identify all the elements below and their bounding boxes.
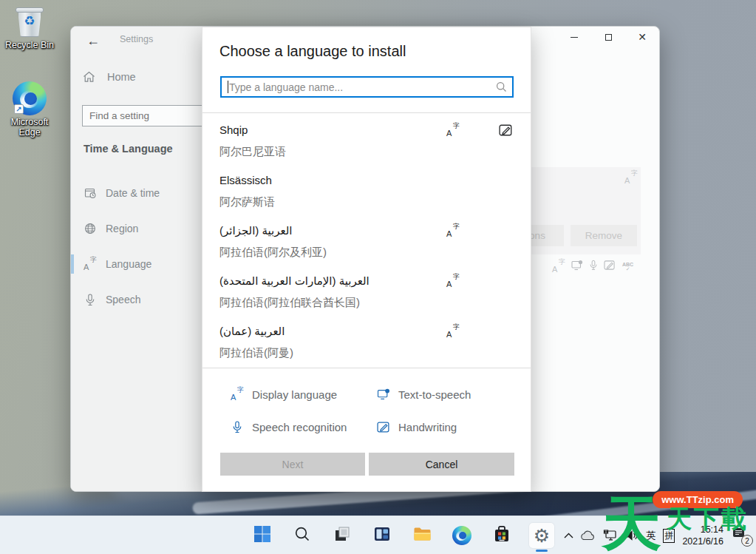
- language-name: Elsässisch: [219, 172, 531, 189]
- language-list-item[interactable]: العربية (عمان) 阿拉伯语(阿曼) A字: [202, 316, 531, 366]
- search-icon: [496, 81, 507, 95]
- handwriting-icon: [499, 124, 513, 137]
- language-localized-name: 阿尔巴尼亚语: [219, 143, 531, 161]
- microsoft-store-icon: [493, 525, 511, 546]
- cancel-button[interactable]: Cancel: [369, 453, 514, 476]
- cancel-button-label: Cancel: [426, 459, 458, 470]
- next-button[interactable]: Next: [220, 453, 365, 476]
- sidebar-home-label: Home: [107, 71, 136, 83]
- display-language-icon: A字: [624, 172, 637, 184]
- minimize-button[interactable]: [557, 27, 591, 47]
- display-language-icon: A字: [230, 388, 244, 401]
- display-language-icon: A字: [446, 275, 459, 288]
- start-button[interactable]: [250, 523, 275, 548]
- display-language-icon: A字: [446, 325, 459, 338]
- widgets-icon: [373, 525, 391, 546]
- sidebar-item-speech[interactable]: Speech: [71, 285, 202, 314]
- display-language-icon: A字: [446, 124, 459, 137]
- file-explorer-icon: [413, 526, 432, 545]
- divider: [202, 112, 531, 113]
- desktop-icon-recycle-bin[interactable]: ♻ Recycle Bin: [0, 6, 59, 50]
- legend-display-language: A字 Display language: [230, 378, 376, 411]
- edge-button[interactable]: [449, 523, 474, 548]
- task-view-icon: [333, 525, 351, 546]
- legend-label: Display language: [252, 388, 337, 401]
- edge-label: Microsoft Edge: [0, 117, 59, 138]
- language-search-input[interactable]: [222, 78, 512, 96]
- search-button[interactable]: [290, 523, 315, 548]
- globe-icon: [84, 223, 96, 234]
- search-icon: [294, 526, 310, 545]
- ime-language-indicator[interactable]: 英: [646, 529, 655, 542]
- tray-chevron-up-icon[interactable]: [564, 533, 573, 538]
- task-view-button[interactable]: [330, 523, 355, 548]
- ime-pinyin-indicator[interactable]: 拼: [663, 529, 675, 543]
- handwriting-icon: [604, 260, 616, 274]
- language-name: العربية (الإمارات العربية المتحدة): [219, 272, 531, 290]
- taskbar-clock[interactable]: 15:14 2021/6/16: [682, 524, 723, 547]
- options-button-label: ons: [529, 230, 545, 241]
- sidebar-item-label: Speech: [106, 294, 140, 305]
- sidebar-item-region[interactable]: Region: [71, 214, 202, 243]
- shortcut-arrow-icon: ↗: [14, 104, 24, 114]
- language-list-item[interactable]: Shqip 阿尔巴尼亚语 A字: [202, 115, 531, 165]
- text-to-speech-icon: [571, 260, 583, 274]
- windows-logo-icon: [253, 525, 271, 546]
- legend-text-to-speech: Text-to-speech: [376, 378, 471, 411]
- legend: A字 Display language Text-to-speech Speec…: [230, 378, 471, 443]
- file-explorer-button[interactable]: [409, 523, 435, 548]
- language-name: العربية (عمان): [219, 322, 531, 340]
- divider: [202, 368, 531, 368]
- find-setting-input[interactable]: [83, 106, 207, 126]
- network-icon[interactable]: [603, 530, 618, 541]
- gear-icon: ⚙: [534, 527, 550, 545]
- language-capability-icons: A字 ABC✓: [552, 260, 633, 274]
- microsoft-store-button[interactable]: [489, 523, 514, 548]
- speech-recognition-icon: [230, 421, 244, 433]
- legend-speech-recognition: Speech recognition: [230, 411, 376, 443]
- language-list-item[interactable]: العربية (الجزائر) 阿拉伯语(阿尔及利亚) A字: [202, 215, 531, 266]
- handwriting-icon: [376, 421, 390, 433]
- legend-label: Handwriting: [398, 421, 457, 433]
- widgets-button[interactable]: [370, 523, 395, 548]
- tray-time: 15:14: [682, 524, 723, 536]
- text-to-speech-icon: [376, 388, 390, 400]
- text-caret: [228, 81, 228, 93]
- find-setting-searchbox[interactable]: [82, 105, 208, 126]
- language-name: العربية (الجزائر): [219, 222, 531, 240]
- back-button[interactable]: ←: [83, 31, 103, 50]
- taskbar: ⚙ 英 拼 15:14 2021/6/16 2: [0, 516, 756, 554]
- home-icon: [83, 71, 95, 83]
- minimize-icon: [571, 37, 578, 38]
- settings-button[interactable]: ⚙: [529, 523, 554, 548]
- sidebar-item-language[interactable]: A字 Language: [71, 249, 202, 279]
- edge-icon: ↗: [13, 81, 47, 115]
- legend-handwriting: Handwriting: [376, 411, 471, 443]
- sidebar-item-date-time[interactable]: Date & time: [71, 178, 202, 208]
- volume-icon[interactable]: [625, 530, 638, 541]
- remove-button[interactable]: Remove: [571, 225, 637, 246]
- language-localized-name: 阿拉伯语(阿曼): [219, 344, 531, 362]
- language-list-item[interactable]: Elsässisch 阿尔萨斯语 A字: [202, 165, 531, 215]
- language-list-item[interactable]: العربية (الإمارات العربية المتحدة) 阿拉伯语(…: [202, 266, 531, 316]
- language-localized-name: 阿拉伯语(阿拉伯联合酋长国): [219, 294, 531, 311]
- remove-button-label: Remove: [585, 230, 622, 241]
- active-app-indicator: [536, 550, 548, 552]
- edge-icon: [452, 526, 471, 545]
- maximize-button[interactable]: [591, 27, 625, 47]
- recycle-bin-icon: ♻: [15, 6, 44, 38]
- language-searchbox[interactable]: [220, 76, 514, 98]
- sidebar-section-title: Time & Language: [84, 143, 173, 155]
- close-icon: ✕: [638, 31, 647, 43]
- desktop-icon-microsoft-edge[interactable]: ↗ Microsoft Edge: [0, 81, 59, 138]
- notification-center-button[interactable]: 2: [731, 526, 750, 545]
- onedrive-cloud-icon[interactable]: [581, 530, 596, 541]
- window-title: Settings: [120, 34, 153, 44]
- selection-indicator: [71, 254, 74, 274]
- sidebar-item-label: Date & time: [106, 187, 160, 199]
- display-language-icon: A字: [84, 258, 96, 271]
- legend-label: Speech recognition: [252, 421, 347, 433]
- close-button[interactable]: ✕: [625, 27, 659, 47]
- microphone-icon: [84, 294, 96, 306]
- sidebar-item-home[interactable]: Home: [83, 71, 136, 83]
